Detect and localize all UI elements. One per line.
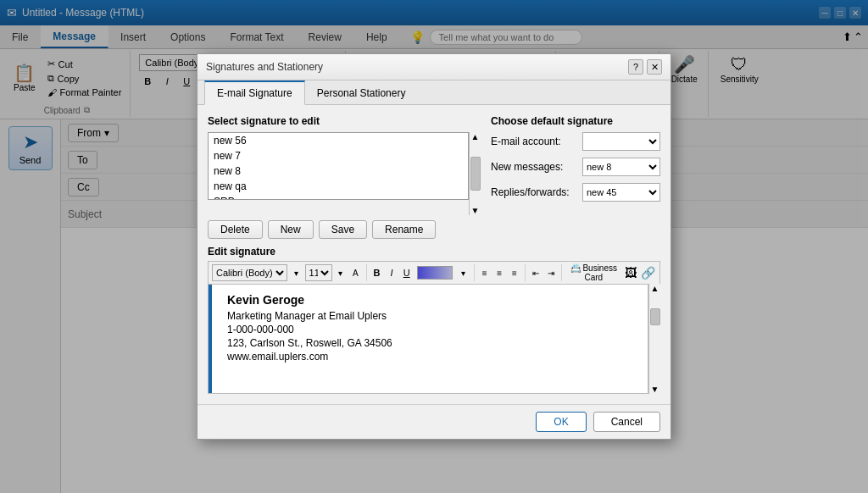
insert-hyperlink-button[interactable]: 🔗 (640, 264, 656, 281)
sig-item-srp[interactable]: SRP (209, 194, 468, 200)
business-card-button[interactable]: 📇 Business Card (566, 264, 622, 281)
signatures-dialog: Signatures and Stationery ? ✕ E-mail Sig… (197, 53, 671, 440)
replies-group: Replies/forwards: new 45 (491, 183, 660, 202)
editor-color-bar (417, 266, 453, 280)
dialog-footer: OK Cancel (198, 404, 670, 439)
rename-button[interactable]: Rename (372, 220, 436, 239)
email-account-label: E-mail account: (491, 136, 576, 147)
sig-actions: Delete New Save Rename (208, 220, 481, 239)
editor-scrollbar[interactable]: ▲ ▼ (648, 284, 660, 394)
editor-scroll-up[interactable]: ▲ (649, 284, 660, 293)
editor-font-down-button[interactable]: ▾ (290, 264, 303, 281)
scroll-up-button[interactable]: ▲ (470, 132, 481, 141)
editor-scroll-down[interactable]: ▼ (649, 385, 660, 394)
dialog-tabs: E-mail Signature Personal Stationery (198, 80, 670, 105)
edit-signature-section: Edit signature Calibri (Body) ▾ 11 ▾ A B… (208, 246, 660, 394)
editor-align-right[interactable]: ≡ (509, 264, 521, 281)
delete-button[interactable]: Delete (208, 220, 263, 239)
dialog-close-button[interactable]: ✕ (647, 59, 662, 75)
new-messages-group: New messages: new 8 (491, 158, 660, 176)
editor-size-down-button[interactable]: ▾ (335, 264, 348, 281)
sig-item-new7[interactable]: new 7 (209, 148, 468, 163)
editor-font-select[interactable]: Calibri (Body) (212, 264, 287, 281)
new-button[interactable]: New (268, 220, 314, 239)
edit-signature-label: Edit signature (208, 246, 660, 258)
editor-italic-button[interactable]: I (386, 264, 398, 281)
sig-item-newqa[interactable]: new qa (209, 179, 468, 194)
sig-address: 123, Carlson St., Roswell, GA 34506 (227, 337, 636, 349)
sig-list-scrollbar[interactable]: ▲ ▼ (469, 132, 481, 215)
default-signature-section: Choose default signature E-mail account:… (491, 115, 660, 239)
editor-indent-left[interactable]: ⇤ (530, 264, 542, 281)
replies-label: Replies/forwards: (491, 186, 576, 198)
sig-editor-toolbar: Calibri (Body) ▾ 11 ▾ A B I U ▾ ≡ (208, 261, 660, 284)
editor-align-center[interactable]: ≡ (493, 264, 506, 281)
editor-size-select[interactable]: 11 (305, 264, 332, 281)
dialog-body: Select signature to edit new 56 new 7 ne… (198, 105, 670, 404)
dialog-help-button[interactable]: ? (628, 59, 643, 75)
sig-item-new8[interactable]: new 8 (209, 163, 468, 179)
ok-button[interactable]: OK (536, 412, 586, 432)
cancel-button[interactable]: Cancel (593, 412, 660, 432)
editor-color-dropdown[interactable]: ▾ (457, 264, 470, 281)
scrollbar-thumb[interactable] (470, 157, 481, 191)
scroll-down-button[interactable]: ▼ (470, 206, 481, 215)
email-account-group: E-mail account: (491, 132, 660, 151)
email-account-select[interactable] (582, 132, 660, 151)
choose-default-label: Choose default signature (491, 115, 660, 127)
save-button[interactable]: Save (319, 220, 367, 239)
editor-style-button[interactable]: A (349, 264, 362, 281)
editor-align-left[interactable]: ≡ (478, 264, 491, 281)
tab-personal-stationery[interactable]: Personal Stationery (305, 80, 418, 105)
sig-name: Kevin Geroge (227, 293, 636, 307)
editor-indent-right[interactable]: ⇥ (544, 264, 557, 281)
insert-image-button[interactable]: 🖼 (624, 264, 637, 281)
editor-bold-button[interactable]: B (370, 264, 383, 281)
new-messages-label: New messages: (491, 161, 576, 173)
sig-item-new56[interactable]: new 56 (209, 133, 468, 148)
sig-title: Marketing Manager at Email Uplers (227, 310, 636, 322)
signature-list: new 56 new 7 new 8 new qa SRP yuval (208, 132, 469, 200)
sig-editor-content[interactable]: Kevin Geroge Marketing Manager at Email … (208, 284, 648, 394)
dialog-controls[interactable]: ? ✕ (628, 59, 662, 75)
dialog-columns: Select signature to edit new 56 new 7 ne… (208, 115, 660, 239)
tab-email-signature[interactable]: E-mail Signature (204, 80, 305, 105)
signature-list-section: Select signature to edit new 56 new 7 ne… (208, 115, 481, 239)
editor-underline-button[interactable]: U (400, 264, 413, 281)
sig-website: www.email.uplers.com (227, 351, 636, 363)
sig-phone: 1-000-000-000 (227, 324, 636, 335)
replies-select[interactable]: new 45 (582, 183, 660, 202)
sig-left-bar (209, 285, 212, 393)
dialog-overlay: Signatures and Stationery ? ✕ E-mail Sig… (0, 0, 868, 493)
dialog-title-bar: Signatures and Stationery ? ✕ (198, 54, 670, 80)
new-messages-select[interactable]: new 8 (582, 158, 660, 176)
editor-scrollbar-thumb[interactable] (650, 308, 660, 325)
select-signature-label: Select signature to edit (208, 115, 481, 127)
dialog-title: Signatures and Stationery (206, 61, 323, 73)
